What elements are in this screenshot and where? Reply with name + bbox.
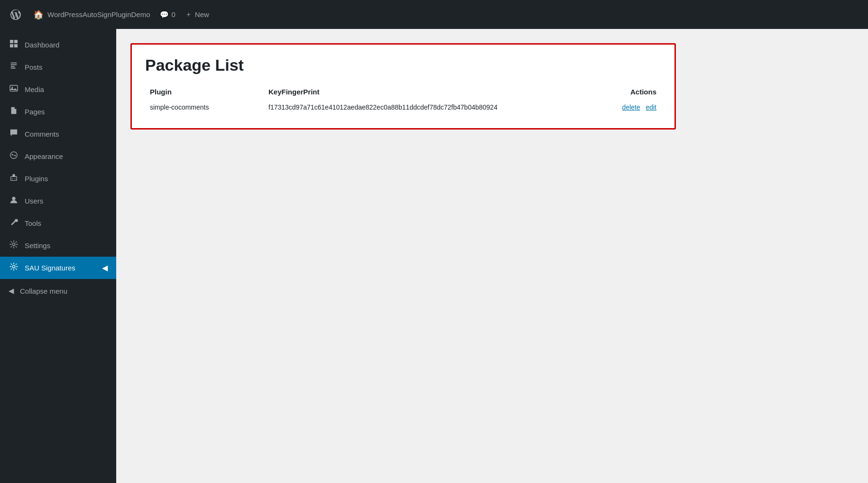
dashboard-icon [9, 39, 19, 50]
sidebar-item-dashboard-label: Dashboard [25, 41, 59, 49]
sidebar-item-plugins-label: Plugins [25, 175, 48, 183]
users-icon [9, 195, 19, 206]
comments-icon [9, 129, 19, 139]
svg-point-8 [12, 178, 13, 179]
comments-count: 0 [172, 10, 175, 19]
plugin-name: simple-cocomments [145, 100, 264, 115]
sidebar-item-sau-signatures[interactable]: SAU Signatures ◀ [0, 257, 116, 279]
sidebar-item-pages-label: Pages [25, 108, 45, 116]
edit-link[interactable]: edit [646, 103, 656, 111]
collapse-icon: ◀ [9, 287, 14, 295]
comment-icon: 💬 [160, 10, 169, 19]
sidebar-item-tools-label: Tools [25, 219, 41, 227]
content-area: Package List Plugin KeyFingerPrint Actio… [116, 29, 868, 483]
site-name-label: WordPressAutoSignPluginDemo [47, 10, 150, 19]
settings-icon [9, 240, 19, 251]
svg-point-9 [15, 178, 16, 179]
svg-rect-7 [11, 176, 17, 180]
sidebar-item-comments[interactable]: Comments [0, 123, 116, 145]
page-title: Package List [145, 56, 661, 74]
collapse-menu[interactable]: ◀ Collapse menu [0, 281, 116, 301]
package-table: Plugin KeyFingerPrint Actions simple-coc… [145, 84, 661, 115]
sidebar-item-dashboard[interactable]: Dashboard [0, 34, 116, 56]
pages-icon [9, 106, 19, 117]
sidebar-item-appearance-label: Appearance [25, 152, 63, 160]
svg-rect-2 [10, 44, 13, 47]
sidebar-item-settings-label: Settings [25, 242, 50, 250]
svg-point-10 [12, 197, 15, 200]
key-fingerprint: f17313cd97a71c61e41012aedae822ec0a88b11d… [264, 100, 596, 115]
collapse-label: Collapse menu [20, 287, 67, 295]
svg-point-11 [12, 243, 15, 245]
sidebar-item-sau-signatures-label: SAU Signatures [25, 264, 75, 272]
sidebar-item-plugins[interactable]: Plugins [0, 167, 116, 190]
svg-rect-3 [14, 44, 18, 47]
media-icon [9, 84, 19, 95]
sidebar-item-media-label: Media [25, 85, 44, 93]
new-label: New [195, 10, 209, 19]
tools-icon [9, 218, 19, 229]
sidebar-item-posts-label: Posts [25, 63, 43, 71]
col-header-plugin: Plugin [145, 84, 264, 100]
plugins-icon [9, 173, 19, 184]
adminbar-comments[interactable]: 💬 0 [160, 10, 175, 19]
house-icon: 🏠 [33, 9, 44, 20]
posts-icon [9, 62, 19, 73]
package-list-box: Package List Plugin KeyFingerPrint Actio… [130, 43, 676, 130]
sidebar-item-tools[interactable]: Tools [0, 212, 116, 234]
sidebar-item-pages[interactable]: Pages [0, 101, 116, 123]
svg-point-12 [12, 265, 15, 268]
row-actions: delete edit [596, 100, 661, 115]
admin-sidebar: Dashboard Posts Media Pages Comments [0, 29, 116, 483]
active-chevron-icon: ◀ [102, 263, 108, 272]
sau-signatures-icon [9, 262, 19, 273]
admin-bar: 🏠 WordPressAutoSignPluginDemo 💬 0 ＋ New [0, 0, 868, 29]
delete-link[interactable]: delete [622, 103, 640, 111]
adminbar-new[interactable]: ＋ New [185, 10, 209, 19]
adminbar-site-link[interactable]: 🏠 WordPressAutoSignPluginDemo [33, 9, 150, 20]
svg-rect-1 [14, 40, 18, 43]
svg-rect-0 [10, 40, 13, 43]
col-header-actions: Actions [596, 84, 661, 100]
sidebar-item-users-label: Users [25, 197, 43, 205]
main-layout: Dashboard Posts Media Pages Comments [0, 29, 868, 483]
sidebar-item-posts[interactable]: Posts [0, 56, 116, 78]
sidebar-item-comments-label: Comments [25, 130, 59, 138]
plus-icon: ＋ [185, 10, 192, 19]
svg-rect-4 [10, 85, 18, 92]
sidebar-item-appearance[interactable]: Appearance [0, 145, 116, 167]
table-row: simple-cocomments f17313cd97a71c61e41012… [145, 100, 661, 115]
sidebar-item-media[interactable]: Media [0, 78, 116, 101]
col-header-fingerprint: KeyFingerPrint [264, 84, 596, 100]
sidebar-item-settings[interactable]: Settings [0, 234, 116, 257]
appearance-icon [9, 151, 19, 162]
sidebar-item-users[interactable]: Users [0, 190, 116, 212]
wp-logo[interactable] [8, 7, 24, 23]
svg-point-5 [12, 87, 13, 88]
